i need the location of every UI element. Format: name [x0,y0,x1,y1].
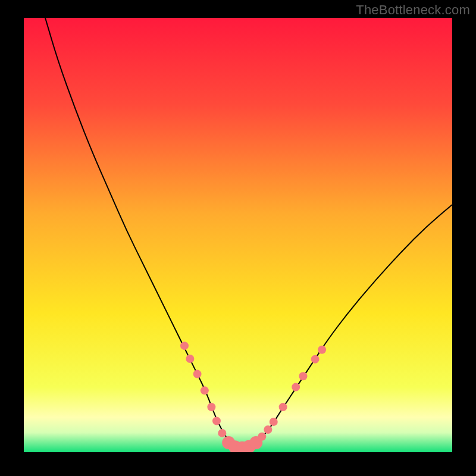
highlight-dot [311,355,320,364]
highlight-dot [201,386,209,394]
watermark-source: TheBottleneck.com [356,2,470,18]
highlight-dot [264,425,272,434]
highlight-dot [318,346,326,354]
highlight-dot [207,403,215,411]
highlight-dot [258,433,266,441]
highlight-dot [180,342,189,350]
highlight-dot [193,370,202,378]
highlight-dot [270,418,278,426]
highlight-dot [218,429,226,437]
highlight-dot [279,403,287,411]
highlight-dot [212,416,221,425]
chart-background-gradient [24,18,452,452]
bottleneck-chart-svg [24,18,452,452]
highlight-dot [299,372,307,380]
chart-plot-area [24,18,452,452]
highlight-dot [292,383,300,392]
highlight-dot [186,355,194,363]
